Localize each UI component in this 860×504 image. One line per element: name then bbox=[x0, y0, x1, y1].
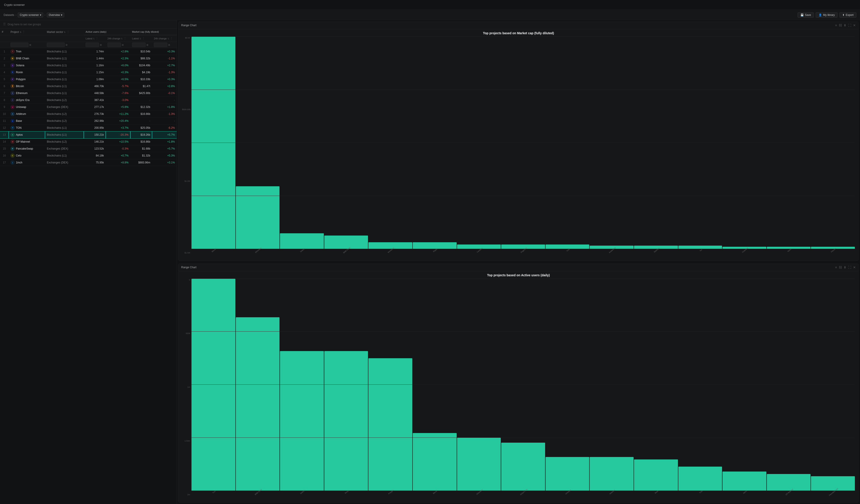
chart-2-close-icon[interactable]: ✕ bbox=[853, 265, 856, 269]
row-mcap-latest: $88.32b bbox=[130, 55, 152, 62]
row-mcap-change: +3.1% bbox=[152, 159, 177, 166]
table-row[interactable]: 10 A Arbitrum Blockchains (L2) 276.73k +… bbox=[0, 111, 177, 117]
users-change-filter[interactable] bbox=[108, 43, 121, 47]
mcap-change-filter[interactable] bbox=[154, 43, 167, 47]
charts-section: Range Chart ≡ ⛓ ⬇ ⛶ ✕ Top projects based… bbox=[177, 20, 860, 504]
row-num: 16 bbox=[0, 152, 9, 159]
row-users-change: +3.7% bbox=[106, 125, 130, 131]
row-num: 1 bbox=[0, 48, 9, 55]
row-mcap-change: +2.7% bbox=[152, 62, 177, 69]
chart-1-header: Range Chart ≡ ⛓ ⬇ ⛶ ✕ bbox=[178, 22, 858, 29]
row-sector: Blockchains (L2) bbox=[45, 117, 84, 125]
row-mcap-change: - bbox=[152, 117, 177, 125]
table-row[interactable]: 8 Z zkSync Era Blockchains (L2) 387.41k … bbox=[0, 97, 177, 104]
row-sector: Blockchains (L2) bbox=[45, 97, 84, 104]
breadcrumb-datasets[interactable]: Datasets bbox=[3, 13, 14, 17]
market-sector-header[interactable]: Market sector ⇅ ⋮ bbox=[45, 29, 84, 35]
table-row[interactable]: 6 ₿ Bitcoin Blockchains (L1) 466.70k -5.… bbox=[0, 83, 177, 90]
users-latest-filter[interactable] bbox=[86, 43, 99, 47]
row-mcap-latest: $25.05b bbox=[130, 125, 152, 131]
chart-1-title: Range Chart bbox=[181, 24, 197, 27]
row-mcap-latest: $883.96m bbox=[130, 159, 152, 166]
chart-1-close-icon[interactable]: ✕ bbox=[853, 24, 856, 27]
breadcrumb: Datasets › Crypto screener ▾ › Overview … bbox=[3, 13, 64, 17]
chart-panel-1: Range Chart ≡ ⛓ ⬇ ⛶ ✕ Top projects based… bbox=[178, 21, 859, 261]
row-num: 17 bbox=[0, 159, 9, 166]
drag-bar-text: Drag here to set row groups bbox=[8, 23, 41, 26]
sector-filter-icon[interactable]: ⊞ bbox=[66, 44, 68, 46]
project-header[interactable]: Project ⇅ ⋮ bbox=[9, 29, 45, 35]
table-row[interactable]: 13 A Aptos Blockchains (L1) 150.21k -20.… bbox=[0, 131, 177, 139]
my-library-button[interactable]: 👤 My library bbox=[816, 12, 837, 18]
row-num: 14 bbox=[0, 139, 9, 145]
row-users-latest: 1.74m bbox=[84, 48, 105, 55]
active-users-latest-header[interactable]: Latest ⇅ ⋮ bbox=[84, 35, 105, 42]
row-project: Z zkSync Era bbox=[9, 97, 45, 104]
row-users-change: +2.8% bbox=[106, 48, 130, 55]
table-row[interactable]: 5 P Polygon Blockchains (L1) 1.09m +6.5%… bbox=[0, 76, 177, 83]
row-mcap-latest: $4.19b bbox=[130, 69, 152, 76]
table-row[interactable]: 3 S Solana Blockchains (L1) 1.16m +6.0% … bbox=[0, 62, 177, 69]
save-button[interactable]: 💾 Save bbox=[798, 12, 814, 18]
row-users-change: -3.0% bbox=[106, 97, 130, 104]
chart-1-link-icon[interactable]: ⛓ bbox=[839, 24, 842, 27]
chart-1-expand-icon[interactable]: ⛶ bbox=[848, 24, 851, 27]
export-button[interactable]: ⬆ Export bbox=[840, 12, 857, 18]
row-sector: Blockchains (L1) bbox=[45, 76, 84, 83]
table-row[interactable]: 7 Ξ Ethereum Blockchains (L1) 448.58k -7… bbox=[0, 90, 177, 97]
chart-1-download-icon[interactable]: ⬇ bbox=[844, 24, 846, 27]
row-mcap-latest: - bbox=[130, 117, 152, 125]
mcap-latest-filter[interactable] bbox=[132, 43, 146, 47]
table-row[interactable]: 12 T TON Blockchains (L1) 200.95k +3.7% … bbox=[0, 125, 177, 131]
users-change-filter-icon[interactable]: ⊞ bbox=[122, 44, 124, 46]
active-users-change-header[interactable]: 24h change ⇅ ⋮ bbox=[106, 35, 130, 42]
market-cap-latest-header[interactable]: Latest ⇅ ⋮ bbox=[130, 35, 152, 42]
row-project: O OP Mainnet bbox=[9, 139, 45, 145]
subheader-row: Latest ⇅ ⋮ 24h change ⇅ ⋮ Latest ⇅ bbox=[0, 35, 177, 42]
table-row[interactable]: 17 1 1inch Exchanges (DEX) 75.95k +8.8% … bbox=[0, 159, 177, 166]
save-icon: 💾 bbox=[800, 13, 804, 17]
row-users-change: +5.8% bbox=[106, 104, 130, 111]
row-num: 5 bbox=[0, 76, 9, 83]
row-users-latest: 1.16m bbox=[84, 62, 105, 69]
table-wrapper[interactable]: # Project ⇅ ⋮ Market sector ⇅ ⋮ A bbox=[0, 29, 177, 504]
top-actions: 💾 Save 👤 My library ⬆ Export bbox=[798, 12, 857, 18]
row-users-change: +10.5% bbox=[106, 139, 130, 145]
users-latest-filter-icon[interactable]: ⊞ bbox=[100, 44, 102, 46]
row-sector: Blockchains (L1) bbox=[45, 55, 84, 62]
chart-1-x-labels: BitcoinEthereumSolanaBNB ChainWorldcoinR… bbox=[191, 249, 855, 258]
chart-2-download-icon[interactable]: ⬇ bbox=[844, 265, 846, 269]
row-users-change: +8.8% bbox=[106, 159, 130, 166]
chart-2-title: Range Chart bbox=[181, 266, 197, 269]
table-row[interactable]: 1 T Tron Blockchains (L1) 1.74m +2.8% $1… bbox=[0, 48, 177, 55]
project-menu-icon[interactable]: ⋮ bbox=[22, 30, 25, 33]
chart-2-expand-icon[interactable]: ⛶ bbox=[848, 265, 851, 269]
row-project: Ξ Ethereum bbox=[9, 90, 45, 97]
chart-1-menu-icon[interactable]: ≡ bbox=[835, 24, 837, 27]
project-filter-icon[interactable]: ⊞ bbox=[29, 44, 31, 46]
row-mcap-change: -1.1% bbox=[152, 55, 177, 62]
table-row[interactable]: 16 C Celo Blockchains (L1) 84.18k +0.7% … bbox=[0, 152, 177, 159]
project-filter-input[interactable] bbox=[11, 43, 28, 47]
table-row[interactable]: 11 B Base Blockchains (L2) 262.96k +20.4… bbox=[0, 117, 177, 125]
table-row[interactable]: 4 R Ronin Blockchains (L1) 1.15m +0.3% $… bbox=[0, 69, 177, 76]
breadcrumb-overview[interactable]: Overview ▾ bbox=[47, 13, 64, 17]
row-num: 11 bbox=[0, 117, 9, 125]
market-cap-change-header[interactable]: 24h change ⇅ ⋮ bbox=[152, 35, 177, 42]
table-row[interactable]: 2 B BNB Chain Blockchains (L1) 1.44m +2.… bbox=[0, 55, 177, 62]
table-row[interactable]: 14 O OP Mainnet Blockchains (L2) 146.21k… bbox=[0, 139, 177, 145]
sector-filter-input[interactable] bbox=[47, 43, 65, 47]
chart-2-link-icon[interactable]: ⛓ bbox=[839, 265, 842, 269]
chevron-down-icon: ▾ bbox=[40, 13, 41, 17]
mcap-latest-filter-icon[interactable]: ⊞ bbox=[146, 44, 148, 46]
table-row[interactable]: 15 P PancakeSwap Exchanges (DEX) 123.52k… bbox=[0, 145, 177, 152]
chart-2-menu-icon[interactable]: ≡ bbox=[835, 265, 837, 269]
mcap-change-filter-icon[interactable]: ⊞ bbox=[168, 44, 170, 46]
market-sector-menu-icon[interactable]: ⋮ bbox=[67, 30, 70, 33]
chart-2-bars-area: TronBNB ChainSolanaRoninPolygonBitcoinEt… bbox=[191, 279, 855, 501]
project-sort-icon: ⇅ bbox=[20, 31, 22, 33]
row-users-latest: 448.58k bbox=[84, 90, 105, 97]
breadcrumb-screener[interactable]: Crypto screener ▾ bbox=[18, 13, 43, 17]
table-row[interactable]: 9 U Uniswap Exchanges (DEX) 277.17k +5.8… bbox=[0, 104, 177, 111]
row-users-change: -20.3% bbox=[106, 131, 130, 139]
